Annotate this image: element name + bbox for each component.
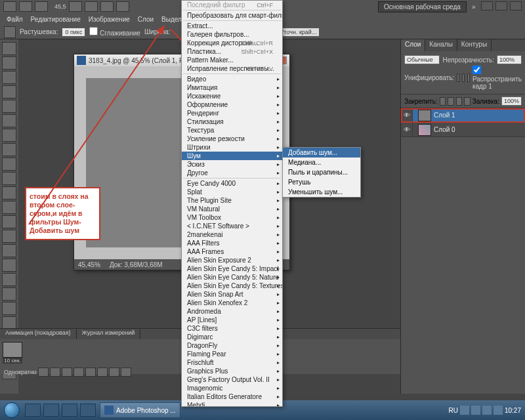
menu-item[interactable]: Splat [182, 188, 282, 196]
start-button[interactable] [0, 400, 24, 420]
feather-input[interactable]: 0 пикс [62, 28, 85, 37]
menu-item[interactable]: Imagenomic [182, 384, 282, 392]
menu-item[interactable]: Pattern Maker... [182, 56, 282, 64]
menu-item[interactable]: DragonFly [182, 341, 282, 350]
menu-item[interactable]: Digimarc [182, 333, 282, 341]
tray-icon[interactable] [471, 406, 480, 415]
unify-visibility-icon[interactable] [462, 74, 465, 82]
tab-paths[interactable]: Контуры [457, 39, 492, 51]
arrange-icon[interactable] [116, 1, 129, 12]
eyedropper-tool-icon[interactable] [2, 114, 16, 127]
layer-row[interactable]: 👁 Слой 1 [401, 108, 525, 123]
layer-name[interactable]: Слой 0 [434, 126, 455, 133]
stamp-tool-icon[interactable] [2, 158, 16, 171]
menu-item[interactable]: Рендеринг [182, 109, 282, 117]
submenu-item[interactable]: Добавить шум... [283, 148, 360, 158]
taskbar-icon[interactable] [62, 404, 77, 417]
menu-item[interactable]: Другое [182, 169, 282, 177]
menu-item[interactable]: Стилизация [182, 117, 282, 126]
next-frame-icon[interactable] [74, 368, 84, 377]
bridge-icon[interactable] [19, 1, 32, 12]
menu-item[interactable]: Alien Skin Xenofex 2 [182, 299, 282, 307]
loop-dropdown[interactable]: Однократно [4, 369, 37, 375]
menu-item[interactable]: Alien Skin Eye Candy 5: Impact [182, 264, 282, 273]
menu-item[interactable]: Frischluft [182, 358, 282, 367]
menu-item[interactable]: Graphics Plus [182, 367, 282, 375]
menu-item[interactable]: Галерея фильтров... [182, 30, 282, 39]
menu-item[interactable]: AAA Filters [182, 239, 282, 247]
dodge-tool-icon[interactable] [2, 230, 16, 243]
menu-item[interactable]: Преобразовать для смарт-фильтров [182, 11, 282, 20]
menu-image[interactable]: Изображение [85, 14, 134, 24]
menu-item[interactable]: Alien Skin Eye Candy 5: Nature [182, 273, 282, 282]
screen-mode-icon[interactable] [35, 1, 48, 12]
menu-item[interactable]: AAA Frames [182, 247, 282, 256]
layer-thumb[interactable] [418, 110, 431, 121]
move-tool-icon[interactable] [2, 42, 16, 55]
antialias-checkbox[interactable]: Сглаживание [89, 27, 140, 37]
hand-tool-icon[interactable] [2, 316, 16, 329]
tab-measurement[interactable]: Журнал измерений [77, 329, 141, 339]
visibility-icon[interactable]: 👁 [401, 108, 413, 123]
lasso-tool-icon[interactable] [2, 71, 16, 84]
gradient-tool-icon[interactable] [2, 201, 16, 214]
animation-frame[interactable]: 10 сек. [3, 342, 22, 364]
opacity-input[interactable]: 100% [497, 55, 522, 64]
menu-item[interactable]: Andromeda [182, 307, 282, 316]
fill-input[interactable]: 100% [501, 96, 522, 106]
lock-transparent-icon[interactable] [440, 97, 446, 106]
taskbar-icon[interactable] [25, 404, 41, 417]
menu-item[interactable]: Шум [182, 152, 282, 160]
submenu-item[interactable]: Медиана... [283, 158, 360, 167]
menu-item[interactable]: Оформление [182, 100, 282, 109]
lock-pixels-icon[interactable] [448, 97, 454, 106]
menu-item[interactable]: The Plugin Site [182, 196, 282, 205]
zoom-value[interactable]: 45,5 [54, 3, 66, 10]
first-frame-icon[interactable] [38, 368, 49, 377]
brush-tool-icon[interactable] [2, 143, 16, 156]
tab-animation[interactable]: Анимация (покадровая) [0, 329, 77, 339]
menu-item[interactable]: C3C filters [182, 324, 282, 333]
menu-item[interactable]: VM Toolbox [182, 213, 282, 222]
pen-tool-icon[interactable] [2, 244, 16, 257]
prev-frame-icon[interactable] [50, 368, 60, 377]
tab-layers[interactable]: Слои [401, 39, 425, 51]
play-icon[interactable] [62, 368, 72, 377]
tween-icon[interactable] [97, 368, 108, 377]
menu-item[interactable]: Alien Skin Snap Art [182, 290, 282, 299]
menu-item[interactable]: Штрихи [182, 143, 282, 152]
menu-item[interactable]: Italian Editors Generatore [182, 392, 282, 401]
blend-mode-dropdown[interactable]: Обычные [404, 55, 440, 64]
menu-item[interactable]: < I.C.NET Software > [182, 222, 282, 230]
refine-edge-button[interactable]: Уточн. край... [277, 28, 320, 37]
layer-row[interactable]: 👁 Слой 0 [401, 123, 525, 137]
tool-preset-icon[interactable] [4, 26, 16, 38]
unify-position-icon[interactable] [457, 74, 459, 82]
menu-item[interactable]: Alien Skin Exposure 2 [182, 256, 282, 264]
menu-item[interactable]: Коррекция дисторсии...Shift+Ctrl+R [182, 39, 282, 47]
marquee-tool-icon[interactable] [2, 56, 16, 70]
maximize-button[interactable] [495, 1, 507, 10]
zoom-readout[interactable]: 45,45% [78, 261, 100, 268]
shape-tool-icon[interactable] [2, 287, 16, 301]
menu-item[interactable]: Пластика...Shift+Ctrl+X [182, 47, 282, 56]
tray-volume-icon[interactable] [494, 406, 503, 415]
menu-item[interactable]: Flaming Pear [182, 350, 282, 358]
menu-file[interactable]: Файл [3, 14, 27, 24]
workspace-switcher[interactable]: Основная рабочая среда [378, 1, 467, 12]
lock-position-icon[interactable] [456, 97, 463, 106]
tray-icon[interactable] [482, 406, 492, 415]
close-button[interactable] [510, 1, 522, 10]
menu-item[interactable]: AP [Lines] [182, 316, 282, 324]
menu-item[interactable]: VM Natural [182, 205, 282, 213]
taskbar-task-photoshop[interactable]: Adobe Photoshop ... [100, 402, 180, 418]
layer-thumb[interactable] [418, 124, 431, 136]
submenu-item[interactable]: Уменьшить шум... [283, 187, 360, 197]
menu-item[interactable]: Усиление резкости [182, 135, 282, 143]
healing-tool-icon[interactable] [2, 129, 16, 142]
last-frame-icon[interactable] [85, 368, 96, 377]
menu-item[interactable]: Исправление перспективы...Alt+Ctrl+V [182, 64, 282, 73]
tray-clock[interactable]: 10:27 [505, 407, 521, 414]
layer-name[interactable]: Слой 1 [434, 112, 455, 119]
tab-channels[interactable]: Каналы [425, 39, 457, 51]
